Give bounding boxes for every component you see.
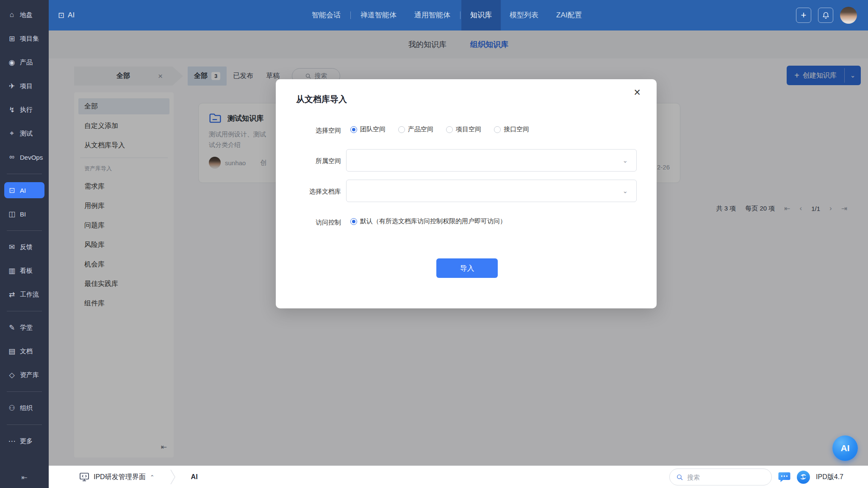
sidebar-item-devops[interactable]: ∞ DevOps [4, 149, 44, 165]
sidebar-item-label: AI [20, 187, 26, 194]
radio-label: 接口空间 [504, 125, 529, 133]
close-icon[interactable]: × [634, 87, 641, 98]
monitor-chart-icon: ◫ [8, 210, 16, 219]
infinity-icon: ∞ [8, 153, 16, 161]
sidebar-item-assetlib[interactable]: ◇ 资产库 [4, 367, 44, 383]
nav-item-smart-chat[interactable]: 智能会话 [303, 0, 349, 30]
radio-label: 团队空间 [360, 125, 385, 133]
sidebar-item-organization[interactable]: ⚇ 组织 [4, 400, 44, 416]
notification-button[interactable] [818, 8, 833, 23]
sidebar-divider [7, 424, 42, 425]
access-control-radio-group: 默认（有所选文档库访问控制权限的用户即可访问） [350, 217, 519, 225]
sidebar-collapse-button[interactable]: ⇤ [0, 473, 49, 482]
sidebar-item-more[interactable]: ⋯ 更多 [4, 433, 44, 449]
radio-project-space[interactable]: 项目空间 [446, 125, 481, 133]
chevron-down-icon: ⌄ [622, 187, 628, 195]
app-sidebar: ⌂ 地盘 ⊞ 项目集 ◉ 产品 ✈ 项目 ↯ 执行 ⌖ 测试 ∞ DevOps … [0, 0, 49, 488]
grid-icon: ⊞ [8, 34, 16, 43]
radio-checked-icon [350, 126, 357, 133]
zentao-logo-icon [797, 471, 810, 484]
sidebar-item-label: 地盘 [20, 11, 33, 19]
people-icon: ⚇ [8, 404, 16, 413]
document-icon: ▤ [8, 347, 16, 356]
import-submit-button[interactable]: 导入 [436, 258, 498, 278]
radio-access-default[interactable]: 默认（有所选文档库访问控制权限的用户即可访问） [350, 217, 506, 225]
sidebar-item-bi[interactable]: ◫ BI [4, 206, 44, 222]
pencil-icon: ✎ [8, 323, 16, 332]
runner-icon: ↯ [8, 105, 16, 114]
sidebar-item-label: 测试 [20, 130, 33, 138]
version-label: IPD版4.7 [816, 473, 843, 482]
radio-product-space[interactable]: 产品空间 [398, 125, 433, 133]
sidebar-divider [7, 391, 42, 392]
nav-item-zentao-agent[interactable]: 禅道智能体 [352, 0, 405, 30]
caret-up-icon[interactable]: ⌃ [150, 474, 155, 480]
sidebar-item-testing[interactable]: ⌖ 测试 [4, 125, 44, 141]
global-search-input[interactable] [687, 474, 759, 481]
sidebar-item-label: DevOps [20, 154, 43, 161]
global-search-box[interactable] [669, 469, 772, 485]
add-button[interactable]: + [796, 8, 811, 23]
space-type-label: 选择空间 [291, 127, 341, 135]
radio-label: 项目空间 [456, 125, 481, 133]
sidebar-item-feedback[interactable]: ✉ 反馈 [4, 239, 44, 255]
top-navbar: ⊡ AI 智能会话 禅道智能体 通用智能体 知识库 模型列表 ZAI配置 + [49, 0, 868, 30]
sidebar-divider [7, 174, 42, 174]
doclib-select[interactable]: ⌄ [346, 180, 637, 202]
nav-item-zai-config[interactable]: ZAI配置 [547, 0, 591, 30]
sidebar-item-label: 学堂 [20, 324, 33, 332]
nav-item-knowledge-base[interactable]: 知识库 [461, 0, 501, 30]
access-control-label: 访问控制 [291, 219, 341, 227]
envelope-icon: ✉ [8, 243, 16, 252]
sidebar-item-label: 执行 [20, 106, 33, 114]
sidebar-item-label: 产品 [20, 58, 33, 67]
robot-icon: ⊡ [8, 186, 16, 195]
bulb-icon: ◉ [8, 58, 16, 67]
radio-label: 默认（有所选文档库访问控制权限的用户即可访问） [360, 217, 506, 225]
sidebar-item-project[interactable]: ✈ 项目 [4, 78, 44, 94]
sidebar-item-workflow[interactable]: ⇄ 工作流 [4, 286, 44, 302]
sidebar-item-execution[interactable]: ↯ 执行 [4, 102, 44, 118]
diamond-icon: ◇ [8, 371, 16, 380]
sidebar-item-label: BI [20, 211, 26, 218]
radio-interface-space[interactable]: 接口空间 [494, 125, 529, 133]
sidebar-item-label: 文档 [20, 347, 33, 355]
home-icon: ⌂ [8, 11, 16, 19]
sidebar-item-kanban[interactable]: ▥ 看板 [4, 263, 44, 279]
app-switcher[interactable]: IPD研发管理界面 [94, 473, 146, 482]
doclib-label: 选择文档库 [291, 188, 341, 196]
radio-team-space[interactable]: 团队空间 [350, 125, 385, 133]
nav-item-model-list[interactable]: 模型列表 [501, 0, 547, 30]
sidebar-item-label: 看板 [20, 267, 33, 275]
user-avatar[interactable] [840, 7, 857, 24]
sidebar-item-dashboard[interactable]: ⌂ 地盘 [4, 7, 44, 23]
sidebar-item-doc[interactable]: ▤ 文档 [4, 343, 44, 359]
monitor-code-icon [79, 472, 89, 482]
radio-icon [446, 126, 453, 133]
belong-space-select[interactable]: ⌄ [346, 149, 637, 172]
current-app-label: AI [191, 473, 198, 481]
sidebar-item-ai[interactable]: ⊡ AI [4, 182, 44, 198]
nav-item-general-agent[interactable]: 通用智能体 [405, 0, 459, 30]
sidebar-item-product[interactable]: ◉ 产品 [4, 54, 44, 70]
brand-label: AI [68, 11, 75, 19]
belong-space-label: 所属空间 [291, 157, 341, 165]
radio-icon [494, 126, 501, 133]
navbar-menu: 智能会话 禅道智能体 通用智能体 知识库 模型列表 ZAI配置 [303, 0, 591, 30]
ai-assistant-float-button[interactable]: AI [832, 435, 858, 461]
magnifier-icon: ⌖ [8, 129, 16, 138]
robot-icon: ⊡ [58, 11, 64, 20]
sidebar-item-program[interactable]: ⊞ 项目集 [4, 30, 44, 47]
dialog-title: 从文档库导入 [296, 94, 347, 105]
import-from-doclib-dialog: 从文档库导入 × 选择空间 团队空间 产品空间 项目空间 接口空间 所属空间 ⌄… [276, 79, 657, 308]
sidebar-item-label: 更多 [20, 437, 33, 445]
sidebar-item-tutoring[interactable]: ✎ 学堂 [4, 319, 44, 336]
radio-checked-icon [350, 218, 357, 225]
chat-bubble-icon[interactable] [778, 471, 791, 483]
sidebar-divider [7, 311, 42, 311]
radio-label: 产品空间 [408, 125, 433, 133]
sidebar-item-label: 组织 [20, 404, 33, 412]
sidebar-item-label: 项目 [20, 82, 33, 90]
sidebar-item-label: 反馈 [20, 243, 33, 251]
nav-divider [460, 11, 460, 19]
